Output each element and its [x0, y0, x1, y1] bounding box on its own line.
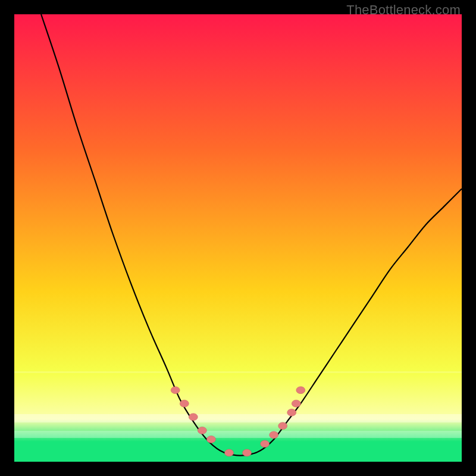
curve-marker	[270, 431, 278, 439]
curve-marker	[243, 449, 252, 456]
curve-marker	[225, 449, 234, 456]
curve-marker	[180, 400, 189, 407]
curve-marker	[292, 400, 300, 407]
plot-area	[14, 14, 462, 462]
chart-frame: TheBottleneck.com	[0, 0, 476, 476]
curve-marker	[171, 387, 180, 394]
curve-marker	[287, 409, 296, 416]
curve-marker	[296, 387, 305, 394]
bottleneck-curve	[41, 14, 462, 456]
curve-marker	[261, 440, 270, 447]
curve-markers	[171, 387, 305, 456]
curve-marker	[198, 427, 206, 434]
curve-marker	[189, 414, 198, 421]
curve-layer	[14, 14, 462, 462]
curve-marker	[206, 436, 215, 443]
curve-marker	[278, 422, 287, 430]
watermark-text: TheBottleneck.com	[346, 2, 461, 18]
